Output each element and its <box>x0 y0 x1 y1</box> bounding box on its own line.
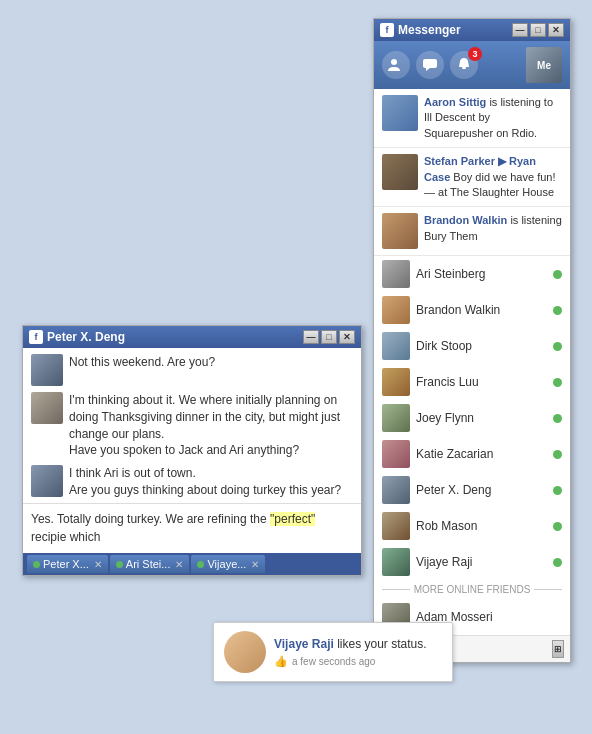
online-dot <box>553 414 562 423</box>
chat-tab-ari[interactable]: Ari Stei... ✕ <box>110 555 190 573</box>
brandon-feed-text: Brandon Walkin is listening Bury Them <box>424 213 562 244</box>
tab-peter-close[interactable]: ✕ <box>94 559 102 570</box>
tab-ari-online-dot <box>116 561 123 568</box>
messenger-header-bar: 3 Me <box>374 41 570 89</box>
user-avatar-msg2 <box>31 392 63 424</box>
chat-input-text-after: recipie which <box>31 530 100 544</box>
restore-button[interactable]: □ <box>530 23 546 37</box>
notification-bar: Vijaye Raji likes your status. 👍 a few s… <box>213 622 453 682</box>
feed-item-brandon[interactable]: Brandon Walkin is listening Bury Them <box>374 207 570 256</box>
notif-time: a few seconds ago <box>292 656 375 667</box>
chat-msg-3: I think Ari is out of town.Are you guys … <box>31 465 353 499</box>
feed-item-stefan[interactable]: Stefan Parker ▶ Ryan Case Boy did we hav… <box>374 148 570 207</box>
chat-msg-2: I'm thinking about it. We where initiall… <box>31 392 353 459</box>
feed-item-aaron[interactable]: Aaron Sittig is listening to Ill Descent… <box>374 89 570 148</box>
messenger-icon: f <box>380 23 394 37</box>
notif-action: likes your status. <box>337 637 426 651</box>
chat-window-controls: — □ ✕ <box>303 330 355 344</box>
friends-list: Ari Steinberg Brandon Walkin Dirk Stoop … <box>374 256 570 580</box>
friend-name: Francis Luu <box>416 375 547 389</box>
notifications-icon[interactable]: 3 <box>450 51 478 79</box>
chat-titlebar-left: f Peter X. Deng <box>29 330 125 344</box>
aaron-feed-text: Aaron Sittig is listening to Ill Descent… <box>424 95 562 141</box>
aaron-name: Aaron Sittig <box>424 96 486 108</box>
chat-input-highlight: "perfect" <box>270 512 315 526</box>
messenger-titlebar: f Messenger — □ ✕ <box>374 19 570 41</box>
friend-avatar <box>382 512 410 540</box>
friend-item-ari-steinberg[interactable]: Ari Steinberg <box>374 256 570 292</box>
tab-vijaye-online-dot <box>197 561 204 568</box>
stefan-avatar <box>382 154 418 190</box>
msg-text-1: Not this weekend. Are you? <box>69 354 353 371</box>
close-button[interactable]: ✕ <box>548 23 564 37</box>
friend-avatar <box>382 548 410 576</box>
tab-online-dot <box>33 561 40 568</box>
friend-item-brandon-walkin[interactable]: Brandon Walkin <box>374 292 570 328</box>
friend-avatar <box>382 368 410 396</box>
chat-window: f Peter X. Deng — □ ✕ Not this weekend. … <box>22 325 362 576</box>
friend-name: Dirk Stoop <box>416 339 547 353</box>
chat-icon[interactable] <box>416 51 444 79</box>
friend-item-katie-zacarian[interactable]: Katie Zacarian <box>374 436 570 472</box>
peter-avatar-msg3 <box>31 465 63 497</box>
online-dot <box>553 522 562 531</box>
notif-like-icon: 👍 <box>274 655 288 668</box>
tab-vijaye-close[interactable]: ✕ <box>251 559 259 570</box>
chat-minimize-button[interactable]: — <box>303 330 319 344</box>
svg-rect-2 <box>462 67 466 69</box>
divider-right <box>534 589 562 590</box>
tab-ari-close[interactable]: ✕ <box>175 559 183 570</box>
more-friends-label: MORE ONLINE FRIENDS <box>414 584 531 595</box>
friend-avatar <box>382 332 410 360</box>
online-dot <box>553 306 562 315</box>
notif-avatar <box>224 631 266 673</box>
friend-name: Katie Zacarian <box>416 447 547 461</box>
online-dot <box>553 558 562 567</box>
stefan-feed-text: Stefan Parker ▶ Ryan Case Boy did we hav… <box>424 154 562 200</box>
friends-icon[interactable] <box>382 51 410 79</box>
notification-badge: 3 <box>468 47 482 61</box>
peter-avatar-msg1 <box>31 354 63 386</box>
friend-item-peter-x.-deng[interactable]: Peter X. Deng <box>374 472 570 508</box>
divider-left <box>382 589 410 590</box>
search-settings-button[interactable]: ⊞ <box>552 640 564 658</box>
friend-item-vijaye-raji[interactable]: Vijaye Raji <box>374 544 570 580</box>
online-dot <box>553 486 562 495</box>
friend-avatar <box>382 476 410 504</box>
messenger-panel: f Messenger — □ ✕ <box>373 18 571 663</box>
chat-input-area[interactable]: Yes. Totally doing turkey. We are refini… <box>23 503 361 553</box>
friend-name: Vijaye Raji <box>416 555 547 569</box>
friend-item-rob-mason[interactable]: Rob Mason <box>374 508 570 544</box>
svg-point-0 <box>391 59 397 65</box>
chat-input-text-before: Yes. Totally doing turkey. We are refini… <box>31 512 270 526</box>
friend-item-joey-flynn[interactable]: Joey Flynn <box>374 400 570 436</box>
friend-avatar <box>382 260 410 288</box>
online-dot <box>553 270 562 279</box>
online-dot <box>553 450 562 459</box>
more-friends-divider: MORE ONLINE FRIENDS <box>374 580 570 599</box>
user-avatar-top: Me <box>526 47 562 83</box>
chat-messages-area: Not this weekend. Are you? I'm thinking … <box>23 348 361 503</box>
tab-peter-label: Peter X... <box>43 558 89 570</box>
friend-name: Ari Steinberg <box>416 267 547 281</box>
chat-tab-vijaye[interactable]: Vijaye... ✕ <box>191 555 265 573</box>
minimize-button[interactable]: — <box>512 23 528 37</box>
titlebar-left: f Messenger <box>380 23 461 37</box>
friend-name: Brandon Walkin <box>416 303 547 317</box>
notif-content: Vijaye Raji likes your status. 👍 a few s… <box>274 636 427 668</box>
friend-avatar <box>382 404 410 432</box>
arrow-icon: ▶ <box>498 155 509 167</box>
brandon-avatar <box>382 213 418 249</box>
svg-rect-1 <box>423 59 437 68</box>
friend-item-francis-luu[interactable]: Francis Luu <box>374 364 570 400</box>
chat-tab-peter[interactable]: Peter X... ✕ <box>27 555 108 573</box>
chat-close-button[interactable]: ✕ <box>339 330 355 344</box>
messenger-title: Messenger <box>398 23 461 37</box>
chat-title: Peter X. Deng <box>47 330 125 344</box>
msg-text-2: I'm thinking about it. We where initiall… <box>69 392 353 459</box>
user-avatar-image: Me <box>526 47 562 83</box>
header-icons: 3 <box>382 51 478 79</box>
msg-text-3: I think Ari is out of town.Are you guys … <box>69 465 353 499</box>
friend-item-dirk-stoop[interactable]: Dirk Stoop <box>374 328 570 364</box>
chat-restore-button[interactable]: □ <box>321 330 337 344</box>
